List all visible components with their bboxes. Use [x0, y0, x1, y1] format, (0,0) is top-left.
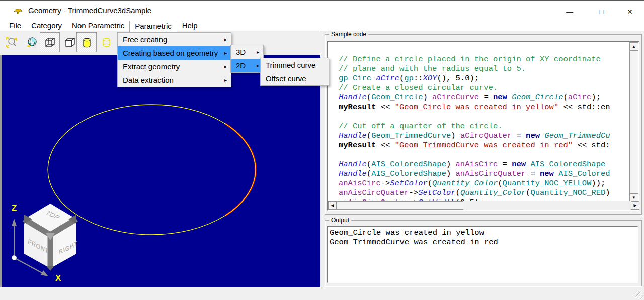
zoom-fit-icon: [5, 35, 19, 49]
z-axis-label: Z: [12, 203, 17, 213]
menu-item-data-extraction[interactable]: Data extraction ▸: [118, 73, 231, 87]
close-button[interactable]: ✕: [620, 6, 640, 17]
output-text: Geom_Circle was created in yellowGeom_Tr…: [330, 228, 498, 247]
window-resize-grip[interactable]: [635, 291, 642, 299]
window-title: Geometry - TrimmedCurve3dSample: [28, 6, 151, 15]
code-horizontal-scrollbar[interactable]: ◀ ▶: [328, 201, 639, 210]
minimize-button[interactable]: —: [559, 6, 580, 17]
menu-item-free-creating[interactable]: Free creating ▸: [118, 33, 231, 46]
shaded-cylinder-button[interactable]: [76, 32, 97, 52]
viewport-3d[interactable]: TOP FRONT RIGHT Z X: [2, 55, 320, 287]
dimension-submenu: 3D ▸ 2D ▸: [230, 45, 264, 73]
menu-item-extract-geometry[interactable]: Extract geometry ▸: [118, 60, 231, 73]
submenu-arrow-icon: ▸: [224, 77, 227, 83]
output-textarea[interactable]: Geom_Circle was created in yellowGeom_Tr…: [327, 226, 638, 283]
submenu-arrow-icon: ▸: [224, 37, 227, 42]
menubar-item-file[interactable]: File: [4, 21, 26, 31]
shaded-box-button[interactable]: [61, 32, 78, 52]
sample-code-editor[interactable]: // Define a circle placed in the origin …: [327, 41, 639, 211]
menubar-item-non-parametric[interactable]: Non Parametric: [67, 21, 129, 31]
parametric-menu: Free creating ▸ Creating based on geomet…: [117, 32, 231, 87]
trimmed-curve-red-arc: [225, 124, 256, 216]
zoom-fit-button[interactable]: [3, 32, 20, 52]
sample-code-text[interactable]: // Define a circle placed in the origin …: [328, 42, 630, 202]
menu-item-2d[interactable]: 2D ▸: [231, 59, 263, 72]
menu-item-3d[interactable]: 3D ▸: [231, 45, 263, 59]
menubar-item-help[interactable]: Help: [177, 21, 203, 31]
axonometric-view-button[interactable]: [23, 32, 40, 52]
geom-circle-yellow: [48, 105, 256, 235]
menu-item-creating-based-on-geometry[interactable]: Creating based on geometry ▸: [118, 46, 231, 60]
curve-2d-submenu: Trimmed curve Offset curve: [260, 58, 329, 86]
app-icon: [13, 7, 23, 15]
submenu-arrow-icon: ▸: [224, 64, 227, 69]
menu-bar: File Category Non Parametric Parametric …: [0, 20, 644, 31]
shaded-cylinder-icon: [80, 36, 93, 49]
code-vertical-scrollbar[interactable]: ▲ ▼: [629, 42, 638, 202]
wireframe-box-button[interactable]: [40, 32, 60, 52]
shaded-box-icon: [63, 36, 76, 49]
scroll-right-button[interactable]: ▶: [631, 201, 639, 210]
wireframe-box-icon: [43, 36, 56, 49]
scroll-left-button[interactable]: ◀: [328, 201, 337, 210]
menubar-item-category[interactable]: Category: [26, 21, 67, 31]
scroll-up-button[interactable]: ▲: [629, 42, 638, 51]
wireframe-cylinder-icon: [100, 36, 113, 49]
submenu-arrow-icon: ▸: [257, 49, 259, 55]
vertical-scroll-thumb[interactable]: [629, 51, 638, 193]
output-line: Geom_TrimmedCurve was created in red: [330, 238, 498, 247]
x-axis-label: X: [55, 273, 61, 283]
menu-item-trimmed-curve[interactable]: Trimmed curve: [261, 58, 329, 72]
viewport-scene: TOP FRONT RIGHT Z X: [2, 55, 320, 287]
axonometric-view-icon: [25, 36, 38, 49]
maximize-button[interactable]: □: [592, 6, 612, 17]
output-line: Geom_Circle was created in yellow: [330, 228, 498, 238]
view-cube: TOP FRONT RIGHT: [24, 204, 78, 271]
horizontal-scroll-thumb[interactable]: [337, 201, 463, 210]
submenu-arrow-icon: ▸: [224, 50, 227, 56]
output-label: Output: [329, 217, 351, 224]
menu-item-offset-curve[interactable]: Offset curve: [261, 72, 329, 85]
submenu-arrow-icon: ▸: [257, 63, 259, 68]
title-bar: Geometry - TrimmedCurve3dSample — □ ✕: [0, 0, 644, 20]
menubar-item-parametric[interactable]: Parametric: [129, 21, 177, 32]
wireframe-cylinder-button[interactable]: [98, 32, 115, 52]
sample-code-label: Sample code: [329, 31, 368, 38]
